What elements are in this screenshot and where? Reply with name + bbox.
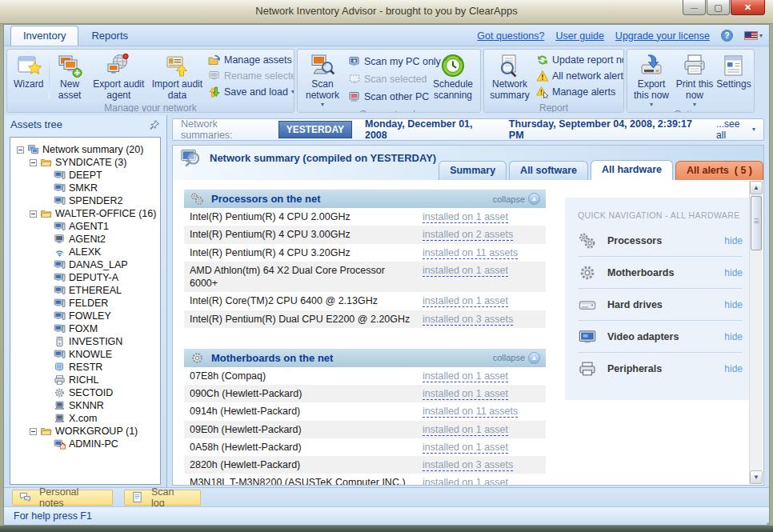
network-summary-button[interactable]: Network summary [486,50,534,102]
maximize-button[interactable] [707,0,730,15]
settings-button[interactable]: Settings [715,50,752,108]
manage-alerts-button[interactable]: Manage alerts [536,85,618,99]
collapse-button[interactable]: collapse [493,352,540,364]
tree-collapse-icon[interactable] [30,428,37,435]
import-audit-data-button[interactable]: Import audit data [149,50,206,102]
installed-on-link[interactable]: installed on 1 asset [423,370,508,382]
installed-on-link[interactable]: installed on 1 asset [423,477,508,485]
resize-grip[interactable] [763,519,766,522]
quick-nav-peripherals[interactable]: Peripherals hide [578,353,743,384]
hide-link[interactable]: hide [724,363,743,374]
summary-date-2[interactable]: Thursday, September 04, 2008, 2:39:17 PM [509,118,695,141]
tree-item-group[interactable]: SYNDICATE (3) [14,156,158,169]
pin-icon[interactable] [149,119,160,130]
tree-item-asset[interactable]: SECTOID [14,386,158,399]
personal-notes-tab[interactable]: Personal notes [12,490,113,506]
all-network-alerts-button[interactable]: All network alerts [536,69,618,83]
tree-item-asset[interactable]: INVESTIGN [14,335,158,348]
hide-link[interactable]: hide [724,331,743,342]
see-all-link[interactable]: ...see all ▾ [716,118,755,141]
tree-item-asset[interactable]: SKNNR [14,399,158,412]
installed-on-link[interactable]: installed on 11 assets [423,247,518,259]
user-guide-link[interactable]: User guide [555,30,603,42]
scan-my-pc-button[interactable]: Scan my PC only [348,54,427,69]
printer-icon [54,374,66,386]
tree-item-asset[interactable]: DANAS_LAP [14,258,158,271]
scan-network-button[interactable]: Scan network ▾ [299,50,346,108]
quick-nav-video-adapters[interactable]: Video adapters hide [578,321,743,353]
installed-on-link[interactable]: installed on 11 assets [423,406,518,418]
rename-selected-asset-button[interactable]: Rename selected asset [208,69,290,83]
tree-item-network-summary[interactable]: Network summary (20) [14,143,158,156]
new-asset-button[interactable]: New asset [50,50,88,102]
tree-collapse-icon[interactable] [30,159,37,166]
tree-item-group[interactable]: WORKGROUP (1) [14,425,158,438]
scan-log-tab[interactable]: Scan log [124,490,201,506]
hide-link[interactable]: hide [724,267,743,278]
installed-on-link[interactable]: installed on 1 asset [423,295,508,307]
scroll-up-arrow[interactable]: ▲ [750,181,763,194]
installed-on-link[interactable]: installed on 1 asset [423,265,508,277]
tree-item-asset[interactable]: SMKR [14,182,158,194]
tab-reports[interactable]: Reports [78,26,141,46]
tree-item-asset[interactable]: RICHL [14,374,158,386]
tree-item-asset[interactable]: ALEXK [14,246,158,258]
tree-item-asset[interactable]: ADMIN-PC [14,438,158,450]
close-button[interactable] [731,0,765,15]
save-and-load-button[interactable]: Save and load ▾ [208,85,290,99]
scroll-down-arrow[interactable]: ▼ [750,470,763,484]
print-this-now-button[interactable]: Print this now ▾ [674,50,715,108]
hide-link[interactable]: hide [724,299,743,310]
installed-on-link[interactable]: installed on 1 asset [423,424,508,436]
installed-on-link[interactable]: installed on 3 assets [423,314,513,326]
tree-item-asset[interactable]: FOXM [14,322,158,335]
tab-all-hardware[interactable]: All hardware [591,160,673,180]
vertical-scrollbar[interactable]: ▲ ▼ [749,181,763,484]
update-report-button[interactable]: Update report now [536,53,618,67]
wizard-button[interactable]: Wizard [9,50,48,102]
upgrade-license-link[interactable]: Upgrade your license [615,30,710,42]
tree-item-asset[interactable]: SPENDER2 [14,194,158,207]
installed-on-link[interactable]: installed on 1 asset [423,442,508,454]
export-this-now-button[interactable]: Export this now ▾ [629,50,674,108]
installed-on-link[interactable]: installed on 2 assets [423,229,513,241]
got-questions-link[interactable]: Got questions? [477,30,544,42]
minimize-button[interactable] [683,0,706,15]
tree-item-asset[interactable]: AGENT1 [14,220,158,233]
tab-all-alerts[interactable]: All alerts ( 5 ) [675,161,763,180]
export-audit-agent-button[interactable]: Export audit agent [89,50,149,102]
schedule-scanning-button[interactable]: Schedule scanning [429,50,477,108]
quick-nav-processors[interactable]: Processors hide [578,225,743,257]
tree-item-asset[interactable]: KNOWLE [14,348,158,361]
tree-item-asset[interactable]: X.com [14,412,158,425]
tree-collapse-icon[interactable] [17,146,24,154]
installed-on-link[interactable]: installed on 1 asset [423,211,508,223]
quick-nav-hard-drives[interactable]: Hard drives hide [578,289,743,321]
tree-collapse-icon[interactable] [30,210,37,218]
language-selector[interactable]: ▾ [744,31,763,40]
tree-item-asset[interactable]: FOWLEY [14,310,158,322]
summary-yesterday-chip[interactable]: YESTERDAY [278,121,352,138]
scrollbar-thumb[interactable] [751,196,762,250]
tree-item-asset[interactable]: ETHEREAL [14,284,158,297]
home-pc-icon [54,438,66,450]
summary-date-1[interactable]: Monday, December 01, 2008 [365,118,488,141]
help-icon[interactable]: ? [721,30,733,42]
tab-summary[interactable]: Summary [439,161,507,180]
installed-on-link[interactable]: installed on 3 assets [423,459,513,471]
scan-selected-button[interactable]: Scan selected [348,72,427,86]
scan-other-pc-button[interactable]: Scan other PC [348,90,427,104]
tree-item-asset[interactable]: DEEPT [14,169,158,182]
installed-on-link[interactable]: installed on 1 asset [423,388,508,400]
tree-item-asset[interactable]: AGENt2 [14,233,158,246]
manage-assets-button[interactable]: Manage assets ▾ [208,53,290,67]
tree-item-asset[interactable]: RESTR [14,361,158,374]
quick-nav-motherboards[interactable]: Motherboards hide [578,257,743,289]
collapse-button[interactable]: collapse [493,193,540,205]
tree-item-asset[interactable]: FELDER [14,297,158,310]
tree-item-asset[interactable]: DEPUTY-A [14,271,158,284]
tree-item-group[interactable]: WALTER-OFFICE (16) [14,207,158,220]
tab-all-software[interactable]: All software [509,161,588,180]
tab-inventory[interactable]: Inventory [10,26,78,46]
hide-link[interactable]: hide [724,235,743,246]
